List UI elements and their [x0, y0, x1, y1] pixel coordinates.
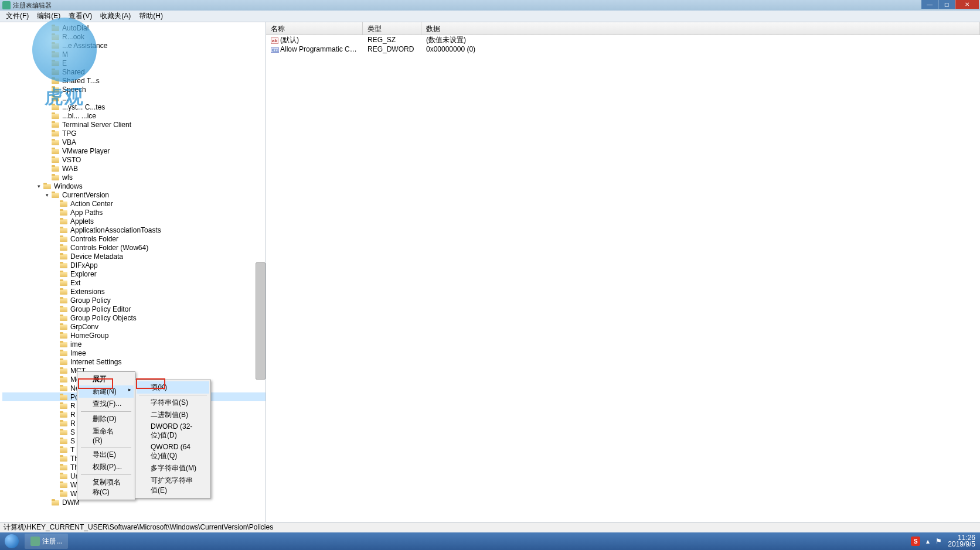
ctx-new-qword[interactable]: QWORD (64 位)值(Q): [137, 442, 209, 462]
tree-item[interactable]: ...yst... C...tes: [2, 103, 266, 111]
scrollbar-thumb[interactable]: [256, 262, 266, 380]
tree-item[interactable]: ...bl... ...ice: [2, 111, 266, 120]
tree-item[interactable]: Controls Folder: [2, 234, 266, 243]
ctx-copy-key-name[interactable]: 复制项名称(C): [79, 476, 134, 498]
ctx-new-expandstring[interactable]: 可扩充字符串值(E): [137, 474, 209, 497]
sogou-ime-icon[interactable]: S: [911, 537, 920, 546]
taskbar-item-regedit[interactable]: 注册...: [25, 534, 68, 549]
tree-item[interactable]: Applets: [2, 217, 266, 226]
tree-item[interactable]: Group Policy Objects: [2, 313, 266, 322]
ctx-new-key[interactable]: 项(K): [137, 381, 209, 394]
tree-item[interactable]: Device Metadata: [2, 252, 266, 261]
ctx-export[interactable]: 导出(E): [79, 449, 134, 461]
tree-item[interactable]: ▾CurrentVersion: [2, 190, 266, 199]
ctx-expand[interactable]: 展开: [79, 373, 134, 385]
tree-item[interactable]: GrpConv: [2, 322, 266, 331]
menu-help[interactable]: 帮助(H): [135, 11, 166, 22]
folder-icon: [60, 218, 68, 225]
list-pane[interactable]: 名称 类型 数据 (默认)REG_SZ(数值未设置)Allow Programm…: [266, 22, 980, 522]
tree-item[interactable]: M: [2, 50, 266, 59]
ctx-permissions[interactable]: 权限(P)...: [79, 461, 134, 473]
tree-item[interactable]: R...ook: [2, 32, 266, 41]
tree-item[interactable]: Action Center: [2, 199, 266, 208]
tree-item[interactable]: Explorer: [2, 269, 266, 278]
list-row[interactable]: (默认)REG_SZ(数值未设置): [266, 35, 980, 45]
tree-item[interactable]: TPG: [2, 129, 266, 138]
tree-item[interactable]: ApplicationAssociationToasts: [2, 226, 266, 234]
tree-item[interactable]: AutoDial: [2, 23, 266, 32]
folder-icon: [60, 332, 68, 339]
value-name: (默认): [280, 36, 299, 44]
close-button[interactable]: ✕: [955, 0, 979, 9]
folder-icon: [52, 104, 60, 111]
tree-item[interactable]: Shared: [2, 67, 266, 76]
col-header-type[interactable]: 类型: [363, 22, 421, 35]
ctx-new-multistring[interactable]: 多字符串值(M): [137, 462, 209, 474]
tree-item-label: Device Metadata: [69, 252, 124, 261]
tree-item[interactable]: wfs: [2, 173, 266, 182]
tree-item-label: Windows: [53, 182, 84, 190]
list-row[interactable]: Allow Programmatic Cut_Co...REG_DWORD0x0…: [266, 45, 980, 54]
tray-action-center-icon[interactable]: ⚑: [935, 537, 942, 545]
minimize-button[interactable]: —: [921, 0, 938, 9]
tree-item[interactable]: Imee: [2, 349, 266, 357]
start-button[interactable]: [0, 532, 23, 550]
tray-clock[interactable]: 11:26 2019/9/5: [948, 535, 975, 548]
menu-bar: 文件(F) 编辑(E) 查看(V) 收藏夹(A) 帮助(H): [0, 11, 980, 22]
tray-network-icon[interactable]: ▴: [926, 537, 930, 545]
tree-item[interactable]: Controls Folder (Wow64): [2, 243, 266, 252]
tree-item[interactable]: Extensions: [2, 287, 266, 296]
tree-item[interactable]: Internet Settings: [2, 357, 266, 366]
folder-icon: [60, 385, 68, 392]
tree-item[interactable]: Shared T...s: [2, 76, 266, 85]
tree-item[interactable]: VMware Player: [2, 146, 266, 155]
tree-item-label: S: [69, 428, 76, 436]
folder-icon: [52, 139, 60, 146]
maximize-button[interactable]: ◻: [938, 0, 955, 9]
tree-item-label: GrpConv: [69, 323, 100, 331]
folder-icon: [60, 455, 68, 462]
tree-item[interactable]: Group Policy Editor: [2, 305, 266, 313]
tree-item[interactable]: WAB: [2, 164, 266, 173]
tree-item[interactable]: E: [2, 59, 266, 67]
tree-item[interactable]: ...e Assistance: [2, 41, 266, 50]
tree-item[interactable]: HomeGroup: [2, 331, 266, 340]
ctx-rename[interactable]: 重命名(R): [79, 425, 134, 446]
ctx-find[interactable]: 查找(F)...: [79, 398, 134, 410]
tree-item[interactable]: Group Policy: [2, 296, 266, 305]
folder-icon: [60, 394, 68, 401]
ctx-new-dword[interactable]: DWORD (32-位)值(D): [137, 421, 209, 442]
menu-view[interactable]: 查看(V): [65, 11, 96, 22]
ctx-new-binary[interactable]: 二进制值(B): [137, 409, 209, 421]
tree-item[interactable]: VBA: [2, 138, 266, 146]
folder-icon: [52, 121, 60, 128]
tree-item[interactable]: ▾Windows: [2, 182, 266, 190]
col-header-data[interactable]: 数据: [421, 22, 980, 35]
folder-icon: [52, 86, 60, 93]
tree-toggle-icon[interactable]: ▾: [43, 192, 50, 198]
ctx-delete[interactable]: 删除(D): [79, 413, 134, 425]
tree-item-label: TPG: [61, 129, 78, 138]
tree-item[interactable]: Terminal Server Client: [2, 120, 266, 129]
folder-icon: [60, 323, 68, 330]
menu-file[interactable]: 文件(F): [2, 11, 32, 22]
tree-item[interactable]: Ext: [2, 278, 266, 287]
string-value-icon: [271, 36, 279, 44]
tree-item[interactable]: App Paths: [2, 208, 266, 217]
tree-item[interactable]: ...: [2, 94, 266, 103]
tree-item[interactable]: DIFxApp: [2, 261, 266, 269]
tree-item[interactable]: Speech: [2, 85, 266, 94]
tree-toggle-icon[interactable]: ▾: [35, 183, 42, 189]
tree-item[interactable]: VSTO: [2, 155, 266, 164]
ctx-new-string[interactable]: 字符串值(S): [137, 397, 209, 409]
menu-favorites[interactable]: 收藏夹(A): [97, 11, 134, 22]
ctx-new[interactable]: 新建(N): [79, 385, 134, 398]
menu-edit[interactable]: 编辑(E): [33, 11, 64, 22]
tree-item-label: ...: [61, 94, 69, 103]
folder-icon: [60, 350, 68, 357]
tree-item-label: T: [69, 446, 76, 454]
col-header-name[interactable]: 名称: [266, 22, 363, 35]
window-title: 注册表编辑器: [13, 1, 52, 10]
tree-item[interactable]: ime: [2, 340, 266, 349]
tree-item-label: R: [69, 402, 77, 410]
